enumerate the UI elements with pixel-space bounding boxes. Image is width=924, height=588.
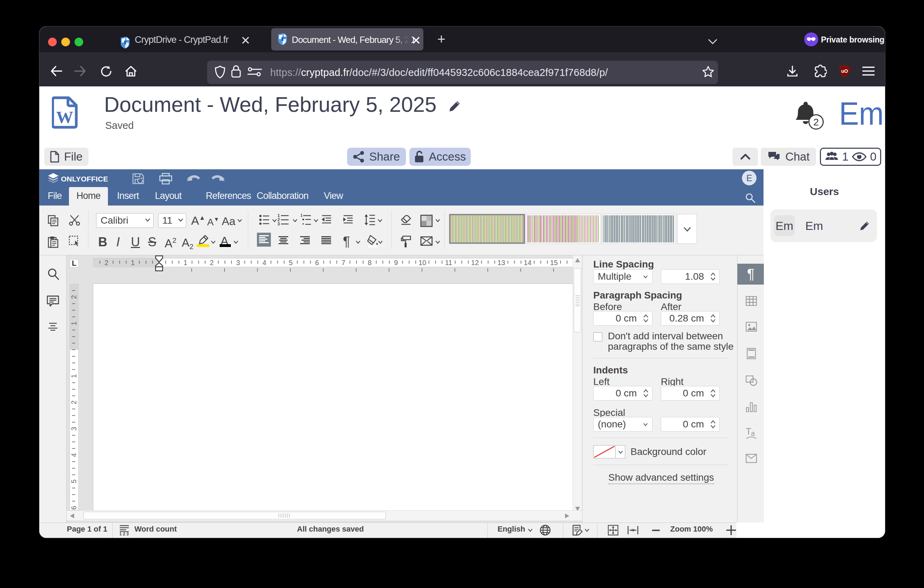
svg-text:12: 12 xyxy=(471,259,479,266)
svg-text:a: a xyxy=(751,429,755,437)
svg-text:15: 15 xyxy=(550,259,558,266)
svg-text:7: 7 xyxy=(342,259,345,266)
svg-text:6: 6 xyxy=(70,506,78,510)
svg-text:8: 8 xyxy=(368,259,371,266)
svg-text:4: 4 xyxy=(70,453,78,457)
svg-text:1 2 3: 1 2 3 xyxy=(119,532,129,535)
svg-text:W: W xyxy=(56,107,73,127)
svg-text:1: 1 xyxy=(70,322,78,325)
svg-text:5: 5 xyxy=(289,259,292,266)
svg-text:5: 5 xyxy=(70,479,78,483)
svg-text:2: 2 xyxy=(210,259,214,266)
svg-text:T: T xyxy=(746,428,751,436)
svg-text:uO: uO xyxy=(841,68,848,74)
svg-text:14: 14 xyxy=(524,259,531,266)
svg-text:3: 3 xyxy=(70,427,78,431)
svg-text:11: 11 xyxy=(445,259,452,266)
svg-text:2: 2 xyxy=(70,295,78,299)
svg-text:1: 1 xyxy=(183,259,187,266)
svg-text:1: 1 xyxy=(131,259,135,266)
svg-text:13: 13 xyxy=(498,259,505,266)
svg-text:4: 4 xyxy=(262,259,266,266)
svg-text:10: 10 xyxy=(419,259,426,266)
svg-text:2: 2 xyxy=(70,401,78,405)
svg-text:3: 3 xyxy=(277,221,280,226)
svg-text:3: 3 xyxy=(236,259,240,266)
svg-text:6: 6 xyxy=(315,259,319,266)
svg-text:9: 9 xyxy=(394,259,398,266)
svg-text:1: 1 xyxy=(70,374,78,378)
svg-text:2: 2 xyxy=(104,259,108,266)
svg-text:1: 1 xyxy=(300,213,302,217)
